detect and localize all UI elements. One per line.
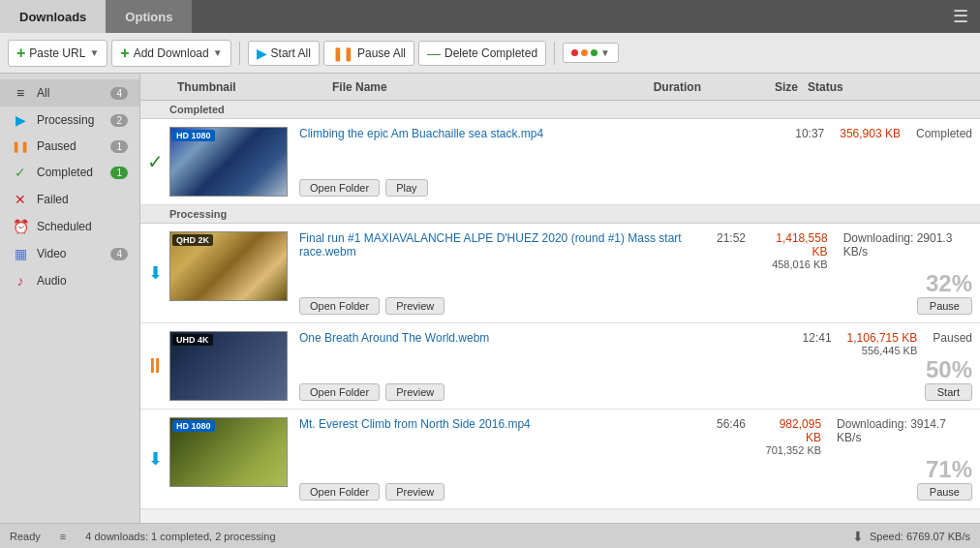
sidebar-badge-all: 4 — [110, 87, 128, 100]
row-right: 12:41 1,106,715 KB 556,445 KB Paused 50%… — [709, 323, 980, 409]
dot-orange-icon — [581, 49, 588, 56]
table-row: ⬇ HD 1080 Mt. Everest Climb from North S… — [140, 410, 980, 509]
file-name-link[interactable]: One Breath Around The World.webm — [299, 331, 705, 345]
completed-status-icon: ✓ — [147, 150, 164, 173]
row-bottom-actions: Pause — [717, 297, 972, 315]
thumbnail-wrapper: HD 1080 — [169, 127, 288, 197]
video-icon: ▦ — [12, 246, 29, 261]
progress-percent: 71% — [926, 456, 972, 483]
size-downloaded: 556,445 KB — [847, 345, 918, 356]
status-text: Downloading: 3914.7 KB/s — [837, 417, 972, 444]
row-right: 56:46 982,095 KB 701,352 KB Downloading:… — [709, 410, 980, 508]
tab-options[interactable]: Options — [106, 0, 192, 33]
row-bottom-actions: Pause — [717, 483, 972, 501]
thumbnail-col: UHD 4K — [169, 323, 295, 409]
sidebar: ≡ All 4 ▶ Processing 2 ❚❚ Paused 1 ✓ Com… — [0, 74, 140, 523]
row-right: 10:37 356,903 KB Completed — [709, 119, 980, 204]
open-folder-button[interactable]: Open Folder — [299, 179, 380, 197]
file-name-link[interactable]: Climbing the epic Am Buachaille sea stac… — [299, 127, 705, 140]
status-text: Downloading: 2901.3 KB/s — [843, 231, 972, 259]
progress-percent: 32% — [926, 270, 972, 297]
sidebar-item-failed[interactable]: ✕ Failed — [0, 186, 139, 213]
more-options-button[interactable]: ▼ — [563, 43, 619, 63]
row-actions: Open Folder Play — [299, 179, 705, 197]
thumbnail-col: HD 1080 — [169, 119, 295, 204]
duration-value: 10:37 — [795, 127, 824, 140]
row-meta: 21:52 1,418,558 KB 458,016 KB Downloadin… — [717, 231, 972, 270]
window-menu-button[interactable]: ☰ — [941, 0, 980, 33]
file-name-link[interactable]: Mt. Everest Climb from North Side 2016.m… — [299, 417, 705, 431]
row-details: One Breath Around The World.webm Open Fo… — [295, 323, 709, 409]
row-right: 21:52 1,418,558 KB 458,016 KB Downloadin… — [709, 224, 980, 322]
row-status-icon-col: ⬇ — [140, 410, 169, 508]
open-folder-button[interactable]: Open Folder — [299, 383, 380, 401]
header-thumbnail: Thumbnail — [177, 80, 332, 94]
open-folder-button[interactable]: Open Folder — [299, 483, 380, 501]
size-total: 356,903 KB — [840, 127, 901, 140]
thumb-quality-badge: UHD 4K — [172, 334, 213, 346]
speed-value: Speed: 6769.07 KB/s — [870, 531, 970, 542]
status-text: Completed — [916, 127, 972, 140]
section-processing: Processing — [140, 205, 980, 224]
add-download-dropdown-icon: ▼ — [213, 47, 223, 58]
delete-completed-label: Delete Completed — [444, 46, 537, 60]
processing-icon: ▶ — [12, 112, 29, 128]
header-status: Status — [798, 80, 972, 94]
row-details: Climbing the epic Am Buachaille sea stac… — [295, 119, 709, 204]
play-button[interactable]: Play — [385, 179, 427, 197]
row-bottom-actions: Start — [717, 383, 972, 401]
size-downloaded: 701,352 KB — [761, 444, 821, 456]
sidebar-item-audio[interactable]: ♪ Audio — [0, 267, 139, 294]
preview-button[interactable]: Preview — [385, 483, 444, 501]
thumbnail-wrapper: QHD 2K — [169, 231, 288, 301]
row-meta: 12:41 1,106,715 KB 556,445 KB Paused — [717, 331, 972, 356]
sidebar-label-processing: Processing — [37, 113, 94, 127]
thumb-quality-badge: QHD 2K — [172, 234, 213, 246]
pause-download-button[interactable]: Pause — [917, 483, 972, 501]
title-bar: Downloads Options ☰ — [0, 0, 980, 33]
sidebar-item-all[interactable]: ≡ All 4 — [0, 79, 139, 107]
sidebar-item-video[interactable]: ▦ Video 4 — [0, 240, 139, 267]
start-all-button[interactable]: ▶ Start All — [248, 41, 320, 66]
sidebar-item-paused[interactable]: ❚❚ Paused 1 — [0, 134, 139, 159]
status-bar: Ready ≡ 4 downloads: 1 completed, 2 proc… — [0, 523, 980, 548]
size-downloaded: 458,016 KB — [761, 259, 828, 270]
open-folder-button[interactable]: Open Folder — [299, 297, 380, 315]
add-download-button[interactable]: + Add Download ▼ — [111, 40, 230, 67]
add-download-label: Add Download — [134, 46, 209, 60]
sidebar-item-scheduled[interactable]: ⏰ Scheduled — [0, 213, 139, 240]
content-area: Thumbnail File Name Duration Size Status… — [140, 74, 980, 523]
delete-completed-icon: — — [427, 46, 441, 61]
header-size: Size — [701, 80, 798, 94]
table-row: ⏸ UHD 4K One Breath Around The World.web… — [140, 323, 980, 410]
start-all-label: Start All — [271, 46, 311, 60]
paste-url-button[interactable]: + Paste URL ▼ — [8, 40, 107, 67]
sidebar-item-processing[interactable]: ▶ Processing 2 — [0, 107, 139, 134]
sidebar-item-completed[interactable]: ✓ Completed 1 — [0, 159, 139, 186]
duration-value: 12:41 — [803, 331, 832, 345]
thumbnail-col: QHD 2K — [169, 224, 295, 322]
sidebar-label-completed: Completed — [37, 166, 93, 179]
file-name-link[interactable]: Final run #1 MAXIAVALANCHE ALPE D'HUEZ 2… — [299, 231, 705, 259]
toolbar-divider-1 — [239, 42, 240, 65]
header-duration: Duration — [633, 80, 701, 94]
thumb-quality-badge: HD 1080 — [172, 130, 215, 141]
dot-red-icon — [571, 49, 578, 56]
preview-button[interactable]: Preview — [385, 383, 444, 401]
row-meta: 56:46 982,095 KB 701,352 KB Downloading:… — [717, 417, 972, 456]
dots-dropdown-icon: ▼ — [600, 47, 610, 58]
tab-downloads[interactable]: Downloads — [0, 0, 106, 33]
main-layout: ≡ All 4 ▶ Processing 2 ❚❚ Paused 1 ✓ Com… — [0, 74, 980, 523]
start-download-button[interactable]: Start — [925, 383, 972, 401]
delete-completed-button[interactable]: — Delete Completed — [418, 41, 546, 66]
paused-icon: ❚❚ — [12, 140, 29, 153]
sidebar-label-audio: Audio — [37, 274, 67, 288]
row-actions: Open Folder Preview — [299, 383, 705, 401]
pause-download-button[interactable]: Pause — [917, 297, 972, 315]
size-info: 982,095 KB 701,352 KB — [761, 417, 821, 456]
row-actions: Open Folder Preview — [299, 483, 705, 501]
preview-button[interactable]: Preview — [385, 297, 444, 315]
pause-all-button[interactable]: ❚❚ Pause All — [323, 41, 414, 66]
paste-url-label: Paste URL — [29, 46, 85, 60]
paused-status-icon: ⏸ — [144, 353, 166, 379]
